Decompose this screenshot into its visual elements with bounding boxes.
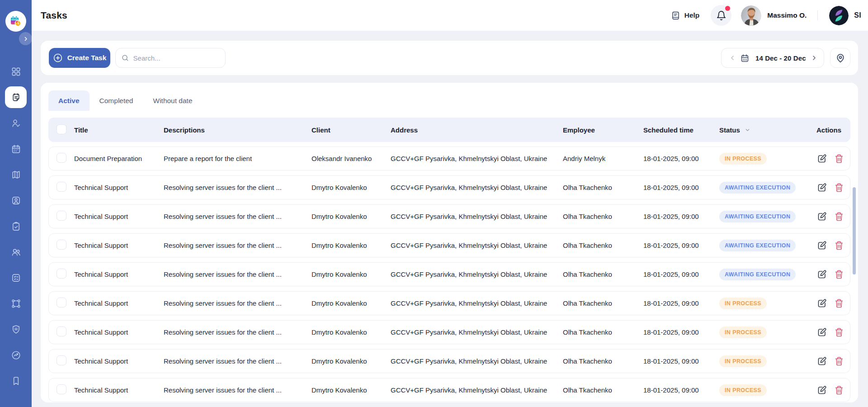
delete-task-button[interactable]: [834, 385, 844, 396]
cell-address: GCCV+GF Pysarivka, Khmelnytskyi Oblast, …: [391, 184, 563, 191]
row-checkbox[interactable]: [57, 240, 66, 250]
app-logo[interactable]: [5, 11, 26, 32]
brand-label: SI: [854, 11, 861, 19]
column-header-employee: Employee: [563, 126, 643, 134]
edit-task-button[interactable]: [816, 327, 827, 338]
tab-active[interactable]: Active: [48, 90, 90, 111]
date-range-label[interactable]: 14 Dec - 20 Dec: [755, 54, 806, 62]
brand-avatar[interactable]: [829, 6, 849, 25]
search-input[interactable]: [133, 54, 220, 62]
notifications-button[interactable]: [711, 5, 731, 26]
edit-pencil-icon: [816, 240, 827, 251]
cell-client: Dmytro Kovalenko: [311, 357, 391, 365]
cell-client: Dmytro Kovalenko: [311, 328, 391, 336]
tasks-note-icon: [11, 92, 21, 103]
location-button[interactable]: [830, 48, 850, 68]
delete-task-button[interactable]: [834, 269, 844, 280]
cell-client: Dmytro Kovalenko: [311, 386, 391, 394]
row-checkbox[interactable]: [57, 211, 66, 221]
column-header-status[interactable]: Status: [719, 126, 816, 134]
cell-status: IN PROCESS: [719, 298, 816, 309]
status-badge: IN PROCESS: [719, 153, 767, 165]
edit-pencil-icon: [816, 182, 827, 193]
cell-address: GCCV+GF Pysarivka, Khmelnytskyi Oblast, …: [391, 386, 563, 394]
delete-task-button[interactable]: [834, 298, 844, 309]
edit-task-button[interactable]: [816, 298, 827, 309]
delete-task-button[interactable]: [834, 153, 844, 164]
location-pin-icon: [835, 52, 846, 63]
sidebar-item-team[interactable]: [5, 241, 27, 263]
header-checkbox-cell: [57, 124, 74, 136]
cell-scheduled-time: 18-01-2025, 09:00: [643, 357, 719, 365]
sidebar-item-dashboard-grid[interactable]: [5, 61, 27, 82]
task-row: Technical SupportResolving server issues…: [48, 320, 850, 344]
delete-task-button[interactable]: [834, 182, 844, 193]
sidebar-item-calendar-days[interactable]: [5, 138, 27, 160]
sidebar-item-client-check[interactable]: [5, 112, 27, 134]
edit-task-button[interactable]: [816, 385, 827, 396]
row-checkbox[interactable]: [57, 384, 66, 394]
sidebar-item-map[interactable]: [5, 164, 27, 185]
cell-title: Technical Support: [74, 299, 164, 307]
sidebar-item-employee-badge[interactable]: [5, 189, 27, 211]
topbar-divider: [817, 10, 818, 20]
cell-client: Oleksandr Ivanenko: [311, 155, 391, 162]
sidebar-item-activity-circle[interactable]: [5, 344, 27, 366]
cell-title: Technical Support: [74, 357, 164, 365]
row-checkbox[interactable]: [57, 355, 66, 365]
sidebar-item-bookmark[interactable]: [5, 370, 27, 392]
cell-actions: [816, 385, 850, 396]
edit-task-button[interactable]: [816, 269, 827, 280]
delete-task-button[interactable]: [834, 327, 844, 338]
cell-client: Dmytro Kovalenko: [311, 213, 391, 220]
table-header: Title Descriptions Client Address Employ…: [48, 118, 850, 142]
edit-task-button[interactable]: [816, 153, 827, 164]
sidebar-item-vector-frame[interactable]: [5, 293, 27, 314]
sort-chevron-icon: [745, 127, 750, 133]
user-name[interactable]: Massimo O.: [767, 11, 807, 19]
task-row: Technical SupportResolving server issues…: [48, 175, 850, 199]
status-badge: AWAITING EXECUTION: [719, 182, 796, 194]
sidebar-expand-button[interactable]: [19, 32, 32, 45]
edit-task-button[interactable]: [816, 356, 827, 367]
cell-title: Technical Support: [74, 184, 164, 191]
search-box: [115, 48, 226, 68]
edit-task-button[interactable]: [816, 182, 827, 193]
delete-task-button[interactable]: [834, 211, 844, 222]
row-checkbox[interactable]: [57, 327, 66, 336]
cell-client: Dmytro Kovalenko: [311, 270, 391, 278]
select-all-checkbox[interactable]: [57, 124, 66, 134]
sidebar-item-clipboard-check[interactable]: [5, 215, 27, 237]
main-content: Create Task 14 Dec - 20 Dec: [32, 31, 868, 407]
row-checkbox[interactable]: [57, 269, 66, 279]
date-next-button[interactable]: [810, 54, 818, 62]
row-checkbox-cell: [57, 182, 74, 193]
sidebar-item-shield-list[interactable]: [5, 318, 27, 340]
delete-task-button[interactable]: [834, 240, 844, 251]
edit-task-button[interactable]: [816, 211, 827, 222]
user-avatar[interactable]: [741, 5, 761, 26]
edit-pencil-icon: [816, 211, 827, 222]
tab-completed[interactable]: Completed: [90, 90, 143, 111]
cell-actions: [816, 153, 850, 164]
trash-icon: [834, 385, 844, 396]
row-checkbox-cell: [57, 355, 74, 367]
date-prev-button[interactable]: [728, 54, 736, 62]
row-checkbox[interactable]: [57, 182, 66, 192]
column-header-actions: Actions: [816, 126, 850, 134]
cell-employee: Olha Tkachenko: [563, 328, 643, 336]
edit-task-button[interactable]: [816, 240, 827, 251]
help-button[interactable]: Help: [671, 11, 700, 20]
row-checkbox[interactable]: [57, 153, 66, 163]
create-task-label: Create Task: [67, 54, 107, 62]
sidebar-item-tasks-note[interactable]: [5, 86, 27, 108]
delete-task-button[interactable]: [834, 356, 844, 367]
tab-without-date[interactable]: Without date: [143, 90, 203, 111]
scrollbar-thumb[interactable]: [853, 187, 856, 274]
task-row: Technical SupportResolving server issues…: [48, 262, 850, 286]
row-checkbox[interactable]: [57, 298, 66, 308]
sidebar-item-checklist[interactable]: [5, 267, 27, 289]
cell-status: AWAITING EXECUTION: [719, 182, 816, 194]
cell-title: Technical Support: [74, 270, 164, 278]
create-task-button[interactable]: Create Task: [49, 48, 110, 68]
